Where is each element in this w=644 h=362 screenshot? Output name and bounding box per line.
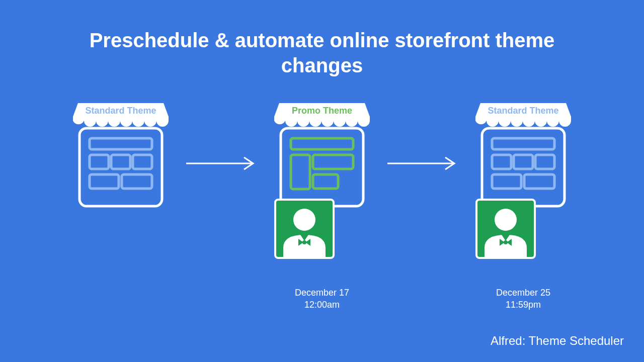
schedule-date: December 17	[295, 287, 349, 299]
store-label: Promo Theme	[292, 106, 352, 116]
svg-rect-23	[482, 128, 565, 206]
svg-rect-14	[313, 174, 338, 189]
storefront-icon: Standard Theme	[70, 101, 171, 211]
svg-point-31	[495, 209, 517, 231]
svg-rect-3	[90, 155, 109, 169]
svg-rect-5	[133, 155, 152, 169]
footer-credit: Alfred: Theme Scheduler	[491, 334, 624, 348]
svg-rect-28	[492, 174, 521, 189]
svg-rect-27	[535, 155, 554, 169]
svg-point-16	[293, 209, 315, 231]
butler-icon	[274, 199, 335, 259]
svg-rect-6	[90, 174, 119, 189]
store-standard-left: Standard Theme	[63, 101, 179, 211]
svg-point-34	[504, 240, 508, 244]
svg-rect-7	[122, 174, 152, 189]
svg-rect-29	[524, 174, 554, 189]
arrow-right-icon	[184, 156, 259, 171]
svg-rect-24	[492, 138, 554, 149]
svg-rect-12	[291, 155, 310, 189]
svg-rect-25	[492, 155, 511, 169]
svg-point-19	[302, 240, 306, 244]
schedule-time: 12:00am	[295, 299, 349, 311]
schedule-label: December 17 12:00am	[295, 287, 349, 311]
svg-rect-1	[79, 128, 162, 206]
diagram-flow: Standard Theme	[0, 101, 644, 311]
arrow-right-icon	[385, 156, 460, 171]
svg-rect-26	[514, 155, 533, 169]
schedule-time: 11:59pm	[496, 299, 550, 311]
store-promo: Promo Theme December 17	[264, 101, 380, 311]
butler-icon	[475, 199, 536, 259]
schedule-label: December 25 11:59pm	[496, 287, 550, 311]
storefront-icon: Promo Theme	[272, 101, 372, 211]
svg-rect-13	[313, 155, 353, 169]
svg-rect-11	[291, 138, 353, 149]
store-label: Standard Theme	[85, 106, 156, 116]
store-label: Standard Theme	[488, 106, 558, 116]
store-standard-right: Standard Theme December 25	[465, 101, 581, 311]
svg-rect-2	[90, 138, 152, 149]
svg-rect-4	[111, 155, 130, 169]
svg-rect-10	[281, 128, 363, 206]
schedule-date: December 25	[496, 287, 550, 299]
page-title: Preschedule & automate online storefront…	[0, 28, 644, 78]
storefront-icon: Standard Theme	[473, 101, 574, 211]
